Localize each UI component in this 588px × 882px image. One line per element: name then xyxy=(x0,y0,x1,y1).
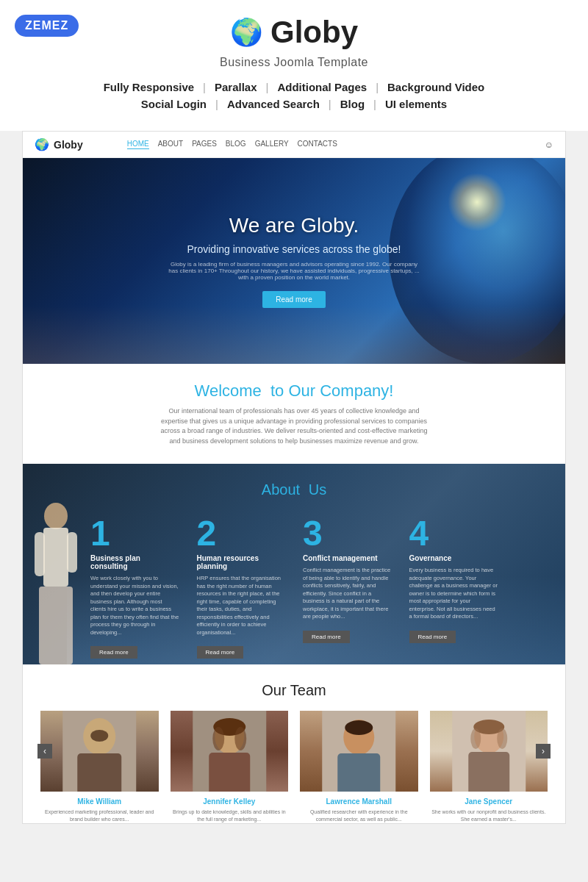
team-card-mike: Mike William Experienced marketing profe… xyxy=(35,711,165,823)
team-photo-lawrence xyxy=(300,711,418,792)
nav-brand: 🌍 Globy xyxy=(35,137,83,151)
hero-cta-button[interactable]: Read more xyxy=(262,291,325,308)
team-member-jane-bio: She works with our nonprofit and busines… xyxy=(430,808,548,823)
hero-city-lights xyxy=(23,305,565,364)
about-card-3-title: Conflict management xyxy=(303,554,392,562)
welcome-heading-colored: to Our Company! xyxy=(270,381,394,400)
brand-title: 🌍 Globy xyxy=(7,15,581,50)
team-prev-icon[interactable]: ‹ xyxy=(37,744,52,759)
features-row-2: Social Login | Advanced Search | Blog | … xyxy=(7,98,581,110)
about-heading: About Us xyxy=(23,481,565,498)
feature-social-login: Social Login xyxy=(141,98,207,110)
svg-rect-17 xyxy=(337,753,380,792)
team-photo-jennifer xyxy=(171,711,289,792)
about-heading-normal: About xyxy=(262,481,300,498)
welcome-heading: Welcome to Our Company! xyxy=(67,381,521,401)
globe-icon: 🌍 xyxy=(230,17,263,48)
feature-blog: Blog xyxy=(340,98,365,110)
preview-container: 🌍 Globy HOME ABOUT PAGES BLOG GALLERY CO… xyxy=(22,131,566,824)
svg-point-18 xyxy=(345,720,373,735)
about-card-1-number: 1 xyxy=(90,516,179,551)
hero-subheading: Providing innovative services across the… xyxy=(187,243,401,255)
brand-subtitle: Business Joomla Template xyxy=(7,56,581,69)
nav-link-contacts[interactable]: CONTACTS xyxy=(298,140,337,149)
features-row-1: Fully Responsive | Parallax | Additional… xyxy=(7,81,581,93)
team-heading: Our Team xyxy=(23,682,565,699)
about-card-2-btn[interactable]: Read more xyxy=(197,646,244,659)
team-card-lawrence: Lawrence Marshall Qualified researcher w… xyxy=(294,711,424,823)
about-card-3-number: 3 xyxy=(303,516,392,551)
feature-background-video: Background Video xyxy=(387,81,484,93)
team-member-mike-name: Mike William xyxy=(40,797,159,806)
svg-rect-7 xyxy=(77,753,121,792)
team-prev-arrow[interactable]: ‹ xyxy=(37,744,52,759)
welcome-section: Welcome to Our Company! Our internationa… xyxy=(23,364,565,464)
svg-point-8 xyxy=(90,730,108,742)
feature-fully-responsive: Fully Responsive xyxy=(104,81,194,93)
team-member-lawrence-name: Lawrence Marshall xyxy=(300,797,418,806)
team-section: Our Team Mike William Experienced market… xyxy=(23,664,565,823)
about-section: About Us 1 Business plan consulting We w… xyxy=(23,464,565,664)
welcome-body: Our international team of professionals … xyxy=(154,406,434,446)
hero-body: Globy is a leading firm of business mana… xyxy=(165,261,423,281)
svg-rect-21 xyxy=(468,752,509,792)
feature-additional-pages: Additional Pages xyxy=(277,81,367,93)
svg-rect-11 xyxy=(209,753,250,792)
nav-link-home[interactable]: HOME xyxy=(127,140,149,149)
about-card-1-body: We work closely with you to understand y… xyxy=(90,575,179,637)
team-card-jennifer: Jennifer Kelley Brings up to date knowle… xyxy=(165,711,295,823)
nav-link-about[interactable]: ABOUT xyxy=(158,140,183,149)
feature-parallax: Parallax xyxy=(215,81,257,93)
hero-light-effect xyxy=(448,173,506,232)
team-member-jennifer-name: Jennifer Kelley xyxy=(171,797,289,806)
about-card-4-body: Every business is required to have adequ… xyxy=(409,567,498,621)
svg-point-23 xyxy=(470,728,481,749)
team-cards: Mike William Experienced marketing profe… xyxy=(23,711,565,823)
team-photo-mike xyxy=(40,711,159,792)
nav-globe-icon: 🌍 xyxy=(35,137,49,151)
nav-user-icon[interactable]: ☺ xyxy=(545,140,553,150)
top-header: ZEMEZ 🌍 Globy Business Joomla Template F… xyxy=(0,0,588,131)
about-cards: 1 Business plan consulting We work close… xyxy=(23,510,565,664)
about-card-3: 3 Conflict management Conflict managemen… xyxy=(294,510,401,664)
about-card-2-title: Human resources planning xyxy=(197,554,286,570)
nav-link-blog[interactable]: BLOG xyxy=(226,140,246,149)
hero-section: We are Globy. Providing innovative servi… xyxy=(23,158,565,364)
svg-point-13 xyxy=(212,727,224,750)
brand-name: Globy xyxy=(270,15,358,50)
about-card-2-body: HRP ensures that the organisation has th… xyxy=(197,575,286,637)
about-card-4-number: 4 xyxy=(409,516,498,551)
welcome-heading-normal: Welcome xyxy=(195,381,262,400)
about-card-1-title: Business plan consulting xyxy=(90,554,179,570)
about-card-4-btn[interactable]: Read more xyxy=(409,631,456,643)
svg-point-24 xyxy=(497,728,507,749)
about-card-4: 4 Governance Every business is required … xyxy=(401,510,507,664)
team-member-mike-bio: Experienced marketing professional, lead… xyxy=(40,808,159,823)
hero-heading: We are Globy. xyxy=(229,214,359,237)
inner-nav: 🌍 Globy HOME ABOUT PAGES BLOG GALLERY CO… xyxy=(23,132,565,158)
nav-links: HOME ABOUT PAGES BLOG GALLERY CONTACTS xyxy=(127,140,337,149)
about-card-3-body: Conflict management is the practice of b… xyxy=(303,567,392,621)
team-member-jane-name: Jane Spencer xyxy=(430,797,548,806)
about-card-2: 2 Human resources planning HRP ensures t… xyxy=(188,510,295,664)
team-next-arrow[interactable]: › xyxy=(536,744,551,759)
about-card-2-number: 2 xyxy=(197,516,286,551)
nav-link-pages[interactable]: PAGES xyxy=(192,140,217,149)
feature-advanced-search: Advanced Search xyxy=(227,98,320,110)
zemez-logo[interactable]: ZEMEZ xyxy=(15,15,79,37)
about-card-1-btn[interactable]: Read more xyxy=(90,646,137,659)
nav-brand-name: Globy xyxy=(54,139,83,151)
team-card-jane: Jane Spencer She works with our nonprofi… xyxy=(424,711,554,823)
about-card-4-title: Governance xyxy=(409,554,498,562)
team-cards-wrapper: Mike William Experienced marketing profe… xyxy=(23,711,565,823)
about-heading-colored: Us xyxy=(309,481,326,498)
feature-ui-elements: UI elements xyxy=(385,98,447,110)
about-card-3-btn[interactable]: Read more xyxy=(303,631,350,643)
svg-point-14 xyxy=(234,727,246,750)
team-member-jennifer-bio: Brings up to date knowledge, skills and … xyxy=(171,808,289,823)
team-next-icon[interactable]: › xyxy=(536,744,551,759)
team-member-lawrence-bio: Qualified researcher with experience in … xyxy=(300,808,418,823)
about-card-1: 1 Business plan consulting We work close… xyxy=(82,510,188,664)
team-photo-jane xyxy=(430,711,548,792)
nav-link-gallery[interactable]: GALLERY xyxy=(255,140,289,149)
